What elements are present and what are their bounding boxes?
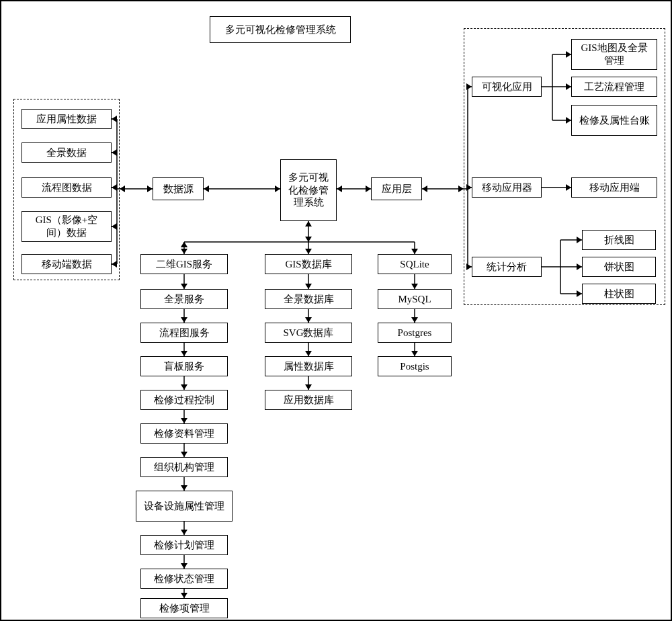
ds-item-3: GIS（影像+空间）数据 — [22, 211, 112, 242]
col1-2: 盲板服务 — [140, 356, 228, 376]
col2-0: 全景数据库 — [265, 289, 352, 309]
col1-5: 组织机构管理 — [140, 457, 228, 477]
app-layer-label: 应用层 — [382, 183, 412, 196]
svg-marker-62 — [411, 284, 418, 289]
data-source-node: 数据源 — [153, 177, 204, 200]
svg-marker-31 — [411, 249, 418, 254]
col1-8: 检修状态管理 — [140, 569, 228, 589]
mobile-app-node: 移动应用器 — [472, 177, 542, 198]
svg-marker-44 — [181, 452, 187, 457]
svg-marker-38 — [181, 351, 187, 356]
svg-marker-4 — [366, 185, 371, 192]
svg-marker-5 — [337, 185, 342, 192]
stats-item-1: 饼状图 — [582, 257, 656, 277]
svg-marker-25 — [181, 242, 187, 247]
col3-2: Postgis — [378, 356, 452, 376]
svg-marker-69 — [422, 185, 427, 192]
col1-1: 流程图服务 — [140, 323, 228, 343]
core-text: 多元可视化检修管理系统 — [285, 171, 332, 209]
svg-marker-54 — [305, 284, 312, 289]
svg-marker-48 — [181, 530, 187, 535]
title-text: 多元可视化检修管理系统 — [225, 24, 336, 36]
svg-marker-36 — [181, 317, 187, 323]
col3-0: MySQL — [378, 289, 452, 309]
stats-item-2: 柱状图 — [582, 284, 656, 304]
col1-9: 检修项管理 — [140, 598, 228, 618]
col2-3: 应用数据库 — [265, 390, 352, 410]
visual-app-node: 可视化应用 — [472, 77, 542, 97]
col1-7: 检修计划管理 — [140, 535, 228, 555]
stats-node: 统计分析 — [472, 257, 542, 277]
svg-marker-58 — [305, 351, 312, 356]
col1-head: 二维GIS服务 — [140, 254, 228, 274]
mobile-app-child: 移动应用端 — [571, 177, 657, 198]
col2-head: GIS数据库 — [265, 254, 352, 274]
svg-marker-52 — [181, 593, 187, 598]
col3-head: SQLite — [378, 254, 452, 274]
title-box: 多元可视化检修管理系统 — [210, 16, 351, 43]
svg-marker-40 — [181, 384, 187, 390]
visual-item-2: 检修及属性台账 — [571, 105, 657, 136]
svg-marker-26 — [305, 221, 312, 226]
col3-1: Postgres — [378, 323, 452, 343]
svg-marker-27 — [305, 237, 312, 242]
col1-6: 设备设施属性管理 — [136, 491, 233, 522]
svg-marker-1 — [275, 185, 280, 192]
svg-marker-29 — [305, 249, 312, 254]
core-box: 多元可视化检修管理系统 — [280, 159, 337, 221]
stats-item-0: 折线图 — [582, 230, 656, 250]
visual-item-1: 工艺流程管理 — [571, 77, 657, 97]
app-layer-node: 应用层 — [371, 177, 422, 200]
svg-marker-24 — [181, 249, 187, 254]
diagram-canvas: 多元可视化检修管理系统 多元可视化检修管理系统 数据源 应用层 应用属性数据 全… — [0, 0, 672, 621]
svg-marker-60 — [305, 384, 312, 390]
ds-item-1: 全景数据 — [22, 142, 112, 163]
svg-marker-46 — [181, 485, 187, 491]
col1-3: 检修过程控制 — [140, 390, 228, 410]
svg-marker-64 — [411, 317, 418, 323]
svg-marker-42 — [181, 418, 187, 423]
ds-item-2: 流程图数据 — [22, 177, 112, 198]
col2-1: SVG数据库 — [265, 323, 352, 343]
svg-marker-34 — [181, 284, 187, 289]
svg-marker-50 — [181, 563, 187, 569]
col1-4: 检修资料管理 — [140, 423, 228, 444]
visual-item-0: GIS地图及全景管理 — [571, 39, 657, 70]
svg-marker-2 — [204, 185, 209, 192]
data-source-label: 数据源 — [163, 183, 194, 196]
ds-item-0: 应用属性数据 — [22, 109, 112, 129]
svg-marker-8 — [120, 185, 125, 192]
svg-marker-56 — [305, 317, 312, 323]
svg-marker-32 — [181, 242, 187, 247]
col2-2: 属性数据库 — [265, 356, 352, 376]
svg-marker-66 — [411, 351, 418, 356]
col1-0: 全景服务 — [140, 289, 228, 309]
ds-item-4: 移动端数据 — [22, 254, 112, 274]
svg-marker-7 — [147, 185, 153, 192]
svg-marker-68 — [458, 185, 464, 192]
